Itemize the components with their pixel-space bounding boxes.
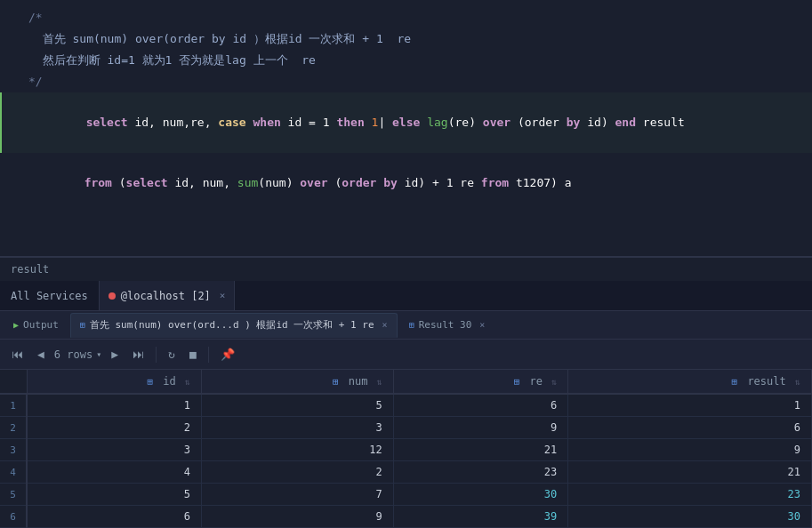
col-header-re[interactable]: ⊞ re ⇅ — [393, 370, 567, 394]
table-body: 11561223963312219442232155730236693930 — [0, 394, 812, 528]
prev-row-button[interactable]: ◀ — [33, 345, 49, 364]
result-col-icon: ⊞ — [732, 376, 738, 388]
sub-tab-result30[interactable]: ⊞ Result 30 × — [399, 313, 495, 338]
table-row: 5573023 — [0, 484, 812, 506]
cell-result: 6 — [568, 417, 812, 439]
row-number-cell: 2 — [0, 417, 27, 439]
next-row-button[interactable]: ▶ — [107, 345, 123, 364]
rows-count-dropdown[interactable]: 6 rows ▾ — [54, 348, 101, 361]
bottom-panel: All Services @localhost [2] × ▶ Output ⊞… — [0, 281, 812, 528]
cell-result: 30 — [568, 506, 812, 528]
sub-tab-bar: ▶ Output ⊞ 首先 sum(num) over(ord...d ) 根据… — [0, 311, 812, 340]
main-tab-bar: All Services @localhost [2] × — [0, 281, 812, 311]
code-line-1: /* — [0, 7, 812, 28]
row-number-cell: 1 — [0, 394, 27, 417]
code-content[interactable]: 然后在判断 id=1 就为1 否为就是lag 上一个 re — [25, 51, 812, 70]
tab-all-services[interactable]: All Services — [0, 281, 100, 310]
last-row-button[interactable]: ⏭ — [128, 345, 149, 364]
connection-status-dot — [109, 292, 116, 300]
cell-num: 5 — [201, 394, 393, 417]
toolbar-separator-1 — [156, 347, 157, 363]
sub-tab-query[interactable]: ⊞ 首先 sum(num) over(ord...d ) 根据id 一次求和 +… — [70, 313, 398, 338]
cell-re: 21 — [393, 439, 567, 461]
code-editor: /* 首先 sum(num) over(order by id ）根据id 一次… — [0, 0, 812, 257]
connection-label: @localhost [2] — [121, 290, 211, 302]
id-col-label: id — [163, 375, 175, 388]
code-content[interactable] — [25, 236, 812, 255]
result-sort-icon[interactable]: ⇅ — [795, 377, 800, 387]
cell-result: 23 — [568, 484, 812, 506]
first-row-button[interactable]: ⏮ — [7, 345, 28, 364]
result30-tab-icon: ⊞ — [409, 320, 414, 330]
num-col-label: num — [349, 375, 368, 388]
results-table: ⊞ id ⇅ ⊞ num ⇅ ⊞ re ⇅ — [0, 370, 812, 528]
table-row: 22396 — [0, 417, 812, 439]
code-content[interactable]: select id, num,re, case when id = 1 then… — [27, 93, 812, 152]
cell-re: 23 — [393, 461, 567, 484]
row-number-cell: 6 — [0, 506, 27, 528]
result-label: result — [0, 257, 812, 281]
toolbar-separator-2 — [208, 347, 209, 363]
query-tab-icon: ⊞ — [80, 320, 85, 330]
code-line-5: select id, num,re, case when id = 1 then… — [0, 92, 812, 153]
result-col-label: result — [747, 375, 785, 388]
col-header-result[interactable]: ⊞ result ⇅ — [568, 370, 812, 394]
cell-re: 9 — [393, 417, 567, 439]
table-row: 6693930 — [0, 506, 812, 528]
code-line-4: */ — [0, 71, 812, 92]
code-content[interactable]: /* — [25, 8, 812, 28]
cell-id: 4 — [27, 461, 201, 484]
id-sort-icon[interactable]: ⇅ — [185, 377, 190, 387]
code-line-3: 然后在判断 id=1 就为1 否为就是lag 上一个 re — [0, 50, 812, 71]
output-tab-icon: ▶ — [13, 320, 19, 330]
row-number-cell: 5 — [0, 484, 27, 506]
sub-tab-output[interactable]: ▶ Output — [4, 313, 68, 338]
cell-num: 2 — [201, 461, 393, 484]
code-content[interactable] — [25, 214, 812, 234]
cell-num: 9 — [201, 506, 393, 528]
connection-close-button[interactable]: × — [220, 290, 226, 301]
cell-num: 12 — [201, 439, 393, 461]
result-text: result — [11, 263, 49, 276]
re-sort-icon[interactable]: ⇅ — [551, 377, 557, 387]
query-tab-label: 首先 sum(num) over(ord...d ) 根据id 一次求和 + 1… — [90, 318, 374, 332]
row-number-cell: 4 — [0, 461, 27, 484]
cell-id: 5 — [27, 484, 201, 506]
row-number-header — [0, 370, 27, 394]
all-services-label: All Services — [11, 290, 88, 302]
cell-id: 2 — [27, 417, 201, 439]
cell-result: 21 — [568, 461, 812, 484]
cell-result: 1 — [568, 394, 812, 417]
cell-num: 7 — [201, 484, 393, 506]
col-header-id[interactable]: ⊞ id ⇅ — [27, 370, 201, 394]
code-content[interactable]: */ — [25, 72, 812, 92]
code-content[interactable]: 首先 sum(num) over(order by id ）根据id 一次求和 … — [25, 29, 812, 49]
cell-id: 1 — [27, 394, 201, 417]
refresh-button[interactable]: ↻ — [164, 345, 180, 364]
app-container: /* 首先 sum(num) over(order by id ）根据id 一次… — [0, 0, 812, 528]
col-header-num[interactable]: ⊞ num ⇅ — [201, 370, 393, 394]
results-table-container[interactable]: ⊞ id ⇅ ⊞ num ⇅ ⊞ re ⇅ — [0, 370, 812, 528]
stop-button[interactable]: ■ — [185, 345, 201, 364]
rows-dropdown-arrow: ▾ — [96, 349, 101, 359]
num-sort-icon[interactable]: ⇅ — [377, 377, 382, 387]
cell-id: 3 — [27, 439, 201, 461]
cell-re: 39 — [393, 506, 567, 528]
query-tab-close[interactable]: × — [382, 320, 388, 330]
table-header-row: ⊞ id ⇅ ⊞ num ⇅ ⊞ re ⇅ — [0, 370, 812, 394]
cell-result: 9 — [568, 439, 812, 461]
result30-tab-label: Result 30 — [419, 319, 472, 331]
table-row: 3312219 — [0, 439, 812, 461]
tab-connection[interactable]: @localhost [2] × — [100, 281, 236, 310]
re-col-icon: ⊞ — [514, 376, 520, 388]
cell-id: 6 — [27, 506, 201, 528]
pin-button[interactable]: 📌 — [216, 345, 239, 364]
code-content[interactable]: from (select id, num, sum(num) over (ord… — [25, 154, 812, 212]
code-line-2: 首先 sum(num) over(order by id ）根据id 一次求和 … — [0, 28, 812, 50]
table-row: 11561 — [0, 394, 812, 417]
code-line-6: from (select id, num, sum(num) over (ord… — [0, 153, 812, 213]
row-number-cell: 3 — [0, 439, 27, 461]
re-col-label: re — [530, 375, 543, 388]
output-tab-label: Output — [23, 319, 59, 331]
result30-tab-close[interactable]: × — [479, 320, 485, 330]
